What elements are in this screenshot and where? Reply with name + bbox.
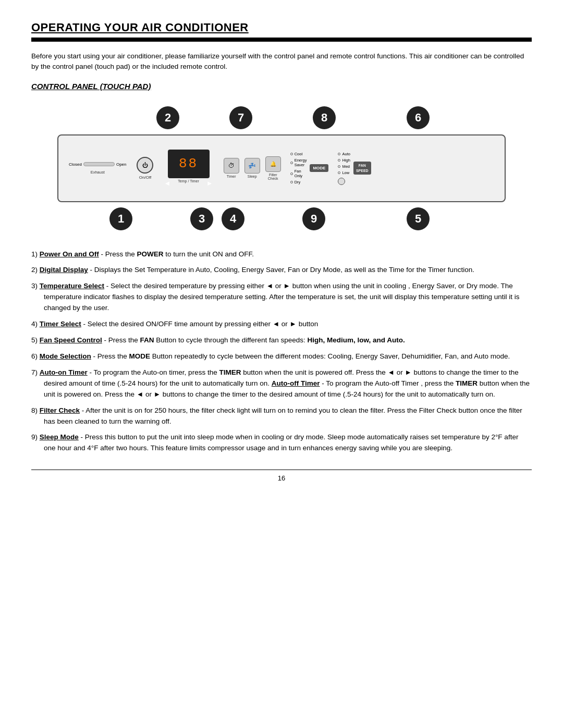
instruction-1: 1) Power On and Off - Press the POWER to… — [31, 249, 532, 260]
diagram-num-2: 2 — [156, 106, 179, 129]
diagram-container: 2 7 8 6 Closed Open Exhaust ⏻ On/Off 88 — [31, 98, 532, 239]
panel-fan-section: Auto High Med Low FANSPEED — [338, 152, 371, 185]
item-number: 9) — [31, 433, 40, 441]
item-number: 5) — [31, 336, 40, 344]
item-text: - After the unit is on for 250 hours, th… — [44, 406, 522, 425]
panel-sleep-btn: 💤 Sleep — [244, 158, 260, 178]
instructions-list: 1) Power On and Off - Press the POWER to… — [31, 249, 532, 454]
instruction-2: 2) Digital Display - Displays the Set Te… — [31, 265, 532, 276]
item-text: - Press the MODE Button repeatedly to cy… — [93, 352, 510, 360]
panel-mode-section: Cool EnergySaver FanOnly Dry MODE — [290, 152, 329, 184]
item-term: Filter Check — [40, 406, 80, 414]
diagram-num-6: 6 — [407, 106, 430, 129]
panel-exhaust-section: Closed Open Exhaust — [69, 162, 126, 175]
diagram-num-7: 7 — [229, 106, 252, 129]
instruction-8: 8) Filter Check - After the unit is on f… — [31, 405, 532, 427]
item-term: Sleep Mode — [40, 433, 79, 441]
panel-display: 88 ◄ Temp / Timer ► — [164, 150, 213, 187]
item-number: 3) — [31, 282, 40, 290]
item-term: Auto-on Timer — [40, 368, 88, 376]
item-text: - Press this button to put the unit into… — [44, 433, 518, 452]
item-term: Mode Selection — [40, 352, 91, 360]
item-term: Fan Speed Control — [40, 336, 102, 344]
page-number: 16 — [278, 474, 285, 482]
item-number: 4) — [31, 320, 40, 328]
item-term: Digital Display — [40, 266, 88, 274]
item-number: 1) — [31, 250, 40, 258]
item-term: Timer Select — [40, 320, 81, 328]
item-text: - Select the desired ON/OFF time amount … — [83, 320, 319, 328]
diagram-num-5: 5 — [407, 207, 430, 230]
page-title: OPERATING YOUR AIR CONDITIONER — [31, 21, 532, 34]
diagram-num-3: 3 — [190, 207, 213, 230]
item-text: - Press the FAN Button to cycle through … — [104, 336, 405, 344]
instruction-9: 9) Sleep Mode - Press this button to put… — [31, 432, 532, 454]
instruction-4: 4) Timer Select - Select the desired ON/… — [31, 319, 532, 330]
diagram-num-9: 9 — [302, 207, 325, 230]
section-title: CONTROL PANEL (TOUCH PAD) — [31, 82, 532, 91]
item-number: 8) — [31, 406, 40, 414]
page-footer: 16 — [31, 470, 532, 482]
instruction-3: 3) Temperature Select - Select the desir… — [31, 281, 532, 314]
instruction-5: 5) Fan Speed Control - Press the FAN But… — [31, 335, 532, 346]
panel-timer-btn: ⏱ Timer — [224, 158, 239, 178]
intro-text: Before you start using your air conditio… — [31, 51, 532, 72]
diagram-num-4: 4 — [222, 207, 244, 230]
control-panel: Closed Open Exhaust ⏻ On/Off 88 ◄ Temp /… — [57, 134, 506, 202]
item-number: 2) — [31, 266, 40, 274]
diagram-num-8: 8 — [313, 106, 336, 129]
instruction-6: 6) Mode Selection - Press the MODE Butto… — [31, 351, 532, 362]
title-bar — [31, 38, 532, 42]
item-text: - Displays the Set Temperature in Auto, … — [90, 266, 474, 274]
item-term: Temperature Select — [40, 282, 104, 290]
item-text: - To program the Auto-on timer, press th… — [44, 368, 530, 398]
panel-filter-btn: 🔔 FilterCheck — [265, 156, 281, 180]
panel-onoff-section: ⏻ On/Off — [137, 157, 153, 180]
diagram-num-1: 1 — [109, 207, 132, 230]
instruction-7: 7) Auto-on Timer - To program the Auto-o… — [31, 367, 532, 400]
item-number: 7) — [31, 368, 40, 376]
item-text: - Press the POWER to turn the unit ON an… — [101, 250, 254, 258]
item-term: Power On and Off — [40, 250, 99, 258]
item-text: - Select the desired temperature by pres… — [44, 282, 519, 312]
item-number: 6) — [31, 352, 40, 360]
